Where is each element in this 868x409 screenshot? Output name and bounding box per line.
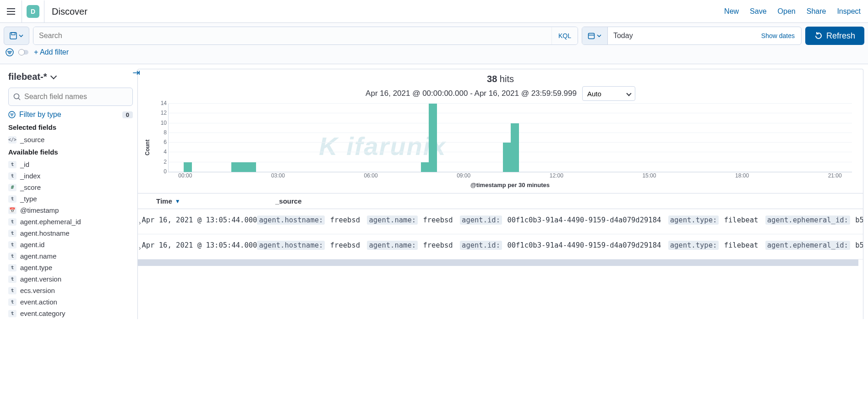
show-dates-link[interactable]: Show dates	[755, 27, 801, 44]
filter-type-count: 0	[122, 111, 133, 118]
field-name: agent.type	[20, 264, 52, 271]
field-value: freebsd	[419, 216, 457, 224]
new-link[interactable]: New	[724, 7, 739, 16]
watermark: K ifarunix	[319, 131, 446, 161]
collapse-sidebar-button[interactable]: ⇤	[132, 67, 140, 78]
open-link[interactable]: Open	[778, 7, 796, 16]
field-type-icon: t	[8, 161, 16, 168]
field-item[interactable]: tagent.hostname	[8, 227, 133, 239]
y-tick: 6	[156, 139, 167, 145]
field-item[interactable]: 📅@timestamp	[8, 204, 133, 216]
histogram-bar[interactable]	[511, 123, 519, 172]
field-key: agent.ephemeral_id:	[765, 216, 850, 225]
field-item[interactable]: tagent.type	[8, 262, 133, 273]
field-type-icon: t	[8, 172, 16, 180]
expand-row-button[interactable]: ›	[138, 216, 142, 229]
field-item[interactable]: tagent.id	[8, 239, 133, 250]
query-lang-button[interactable]: KQL	[551, 27, 578, 44]
horizontal-scrollbar[interactable]	[138, 260, 858, 266]
histogram-bar[interactable]	[240, 162, 248, 172]
index-pattern-selector[interactable]: filebeat-*	[8, 72, 133, 82]
results-panel: 38 hits Apr 16, 2021 @ 00:00:00.000 - Ap…	[137, 69, 863, 319]
field-key: agent.name:	[367, 216, 418, 225]
field-name: agent.name	[20, 252, 56, 260]
filter-settings-icon[interactable]	[5, 48, 14, 56]
field-item[interactable]: tagent.ephemeral_id	[8, 216, 133, 227]
field-key: agent.ephemeral_id:	[765, 241, 850, 250]
field-item[interactable]: tagent.name	[8, 250, 133, 262]
quick-select-button[interactable]	[582, 27, 608, 44]
query-input[interactable]	[33, 27, 551, 44]
field-value: freebsd	[326, 241, 364, 249]
field-search-input[interactable]	[24, 93, 128, 101]
filter-by-type-label: Filter by type	[19, 111, 61, 119]
field-type-icon: #	[8, 184, 16, 191]
selected-fields-header: Selected fields	[8, 123, 133, 131]
field-item[interactable]: tecs.version	[8, 285, 133, 296]
field-item[interactable]: </>_source	[8, 134, 133, 145]
y-tick: 10	[156, 120, 167, 126]
x-tick: 15:00	[642, 172, 656, 179]
x-axis-label: @timestamp per 30 minutes	[153, 181, 852, 191]
field-value: filebeat	[720, 241, 762, 249]
saved-queries-button[interactable]	[4, 27, 29, 45]
inspect-link[interactable]: Inspect	[837, 7, 861, 16]
field-name: _id	[20, 160, 29, 168]
fields-sidebar: ⇤ filebeat-* Filter by type 0 Selected f…	[0, 64, 137, 319]
field-key: agent.hostname:	[257, 216, 325, 225]
field-type-icon: t	[8, 287, 16, 294]
field-item[interactable]: t_type	[8, 193, 133, 204]
refresh-button[interactable]: Refresh	[805, 27, 864, 45]
field-name: event.action	[20, 298, 57, 306]
histogram-bar[interactable]	[184, 162, 192, 172]
x-tick: 18:00	[735, 172, 749, 179]
share-link[interactable]: Share	[807, 7, 826, 16]
doc-time: Apr 16, 2021 @ 13:05:44.000	[142, 239, 257, 254]
time-range-text: Apr 16, 2021 @ 00:00:00.000 - Apr 16, 20…	[366, 89, 577, 98]
field-type-icon: t	[8, 276, 16, 283]
top-menu: New Save Open Share Inspect	[724, 7, 861, 16]
doc-source: agent.hostname: freebsd agent.name: free…	[257, 239, 863, 254]
date-picker[interactable]: Today Show dates	[582, 27, 802, 45]
field-item[interactable]: t_index	[8, 170, 133, 182]
field-type-icon: 📅	[8, 207, 16, 214]
field-name: event.category	[20, 310, 65, 317]
field-item[interactable]: t_id	[8, 159, 133, 170]
field-name: _index	[20, 172, 40, 180]
query-input-wrap: KQL	[33, 27, 578, 45]
filter-by-type-row[interactable]: Filter by type 0	[8, 111, 133, 119]
field-item[interactable]: tagent.version	[8, 273, 133, 285]
chevron-down-icon	[50, 72, 57, 79]
field-name: agent.ephemeral_id	[20, 218, 81, 226]
histogram-bar[interactable]	[503, 143, 511, 172]
available-fields-header: Available fields	[8, 148, 133, 156]
doc-source: agent.hostname: freebsd agent.name: free…	[257, 214, 863, 229]
y-axis-label: Count	[142, 104, 153, 191]
x-tick: 12:00	[550, 172, 563, 179]
nav-toggle-button[interactable]	[0, 0, 22, 22]
save-link[interactable]: Save	[750, 7, 766, 16]
field-type-icon: t	[8, 264, 16, 271]
histogram-bar[interactable]	[231, 162, 240, 172]
histogram-bar[interactable]	[248, 162, 256, 172]
source-column-header: _source	[275, 197, 863, 205]
search-icon	[13, 93, 21, 100]
field-type-icon: t	[8, 253, 16, 260]
expand-row-button[interactable]: ›	[138, 242, 142, 254]
field-name: ecs.version	[20, 287, 55, 294]
space-selector[interactable]: D	[22, 5, 44, 18]
doc-time: Apr 16, 2021 @ 13:05:44.000	[142, 214, 257, 229]
page-title: Discover	[44, 0, 87, 22]
space-avatar: D	[27, 5, 39, 18]
field-item[interactable]: tevent.action	[8, 296, 133, 308]
histogram-bar[interactable]	[429, 104, 437, 172]
field-item[interactable]: #_score	[8, 182, 133, 193]
y-tick: 14	[156, 100, 167, 106]
histogram-bar[interactable]	[421, 162, 429, 172]
x-tick: 03:00	[271, 172, 285, 179]
time-column-header[interactable]: Time ▼	[156, 197, 275, 205]
field-item[interactable]: tevent.category	[8, 308, 133, 319]
histogram-chart[interactable]: Count K ifarunix 02468101214 00:0003:000…	[138, 104, 863, 193]
add-filter-button[interactable]: + Add filter	[34, 48, 69, 56]
filter-toggle[interactable]	[19, 50, 28, 55]
